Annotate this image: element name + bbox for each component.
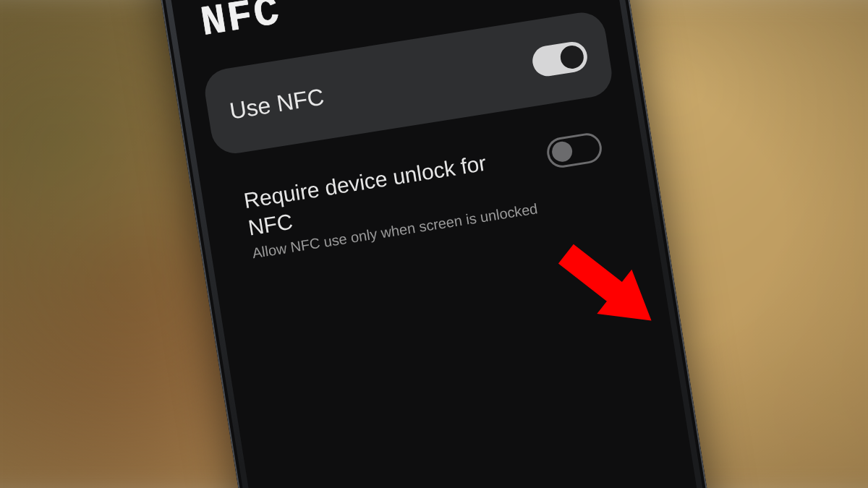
settings-content: NFC Use NFC Require device unlock for NF… <box>155 0 651 268</box>
use-nfc-label: Use NFC <box>228 83 326 124</box>
toggle-thumb <box>550 140 574 163</box>
toggle-thumb <box>559 43 586 70</box>
phone-stage: 16:39 75% <box>89 0 779 488</box>
phone-body: 16:39 75% <box>135 0 733 488</box>
require-unlock-text: Require device unlock for NFC Allow NFC … <box>242 142 542 262</box>
use-nfc-toggle[interactable] <box>530 39 590 77</box>
phone-screen: 16:39 75% <box>147 0 721 488</box>
require-unlock-toggle[interactable] <box>545 131 604 169</box>
